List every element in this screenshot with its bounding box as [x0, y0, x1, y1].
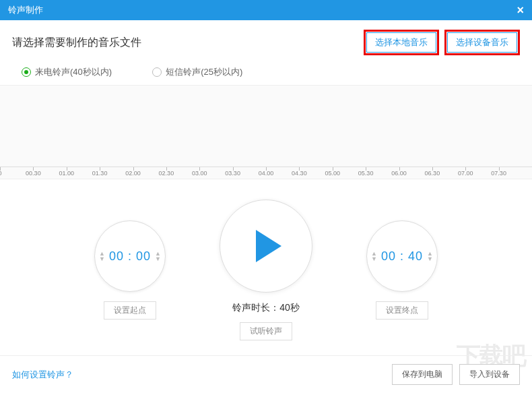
duration-label: 铃声时长：40秒	[220, 302, 312, 314]
titlebar: 铃声制作 ×	[0, 0, 532, 20]
header-buttons: 选择本地音乐 选择设备音乐	[364, 30, 520, 55]
play-group: 铃声时长：40秒 试听铃声	[220, 200, 312, 340]
radio-call-label: 来电铃声(40秒以内)	[35, 66, 112, 78]
tick-label: 0	[0, 170, 2, 177]
header-row: 请选择需要制作的音乐文件 选择本地音乐 选择设备音乐	[0, 20, 532, 62]
start-point-group: ▲▼ 00 : 00 ▲▼ 设置起点	[94, 220, 166, 320]
tick-label: 02.00	[125, 170, 141, 177]
import-to-device-button[interactable]: 导入到设备	[459, 364, 520, 385]
tick-label: 02.30	[159, 170, 174, 177]
tick-label: 04.00	[259, 170, 274, 177]
tick-label: 06.00	[391, 170, 407, 177]
tick-label: 03.30	[225, 170, 240, 177]
tick-label: 04.30	[292, 170, 307, 177]
waveform-area[interactable]: 000.3001.0001.3002.0002.3003.0003.3004.0…	[0, 85, 532, 179]
select-local-music-button[interactable]: 选择本地音乐	[366, 32, 436, 53]
tick-label: 03.00	[192, 170, 207, 177]
tick-label: 06.30	[425, 170, 440, 177]
tick-label: 01.00	[59, 170, 74, 177]
minute-stepper-icon[interactable]: ▲▼	[371, 251, 377, 262]
preview-button[interactable]: 试听铃声	[240, 322, 292, 340]
tick-label: 05.30	[358, 170, 374, 177]
tick-label: 05.00	[325, 170, 340, 177]
minute-stepper-icon[interactable]: ▲▼	[99, 251, 105, 262]
second-stepper-icon[interactable]: ▲▼	[427, 251, 433, 262]
radio-unselected-icon	[152, 67, 162, 77]
close-icon[interactable]: ×	[517, 0, 524, 20]
play-button[interactable]	[220, 200, 312, 293]
tick-label: 01.30	[92, 170, 108, 177]
highlight-local: 选择本地音乐	[364, 30, 439, 55]
radio-sms-ringtone[interactable]: 短信铃声(25秒以内)	[152, 66, 242, 78]
set-end-button[interactable]: 设置终点	[376, 301, 428, 320]
window-title: 铃声制作	[8, 0, 43, 20]
tick-label: 07.00	[458, 170, 473, 177]
highlight-device: 选择设备音乐	[444, 30, 520, 55]
second-stepper-icon[interactable]: ▲▼	[155, 251, 161, 262]
timeline-tick: 07.30	[499, 167, 532, 179]
end-time-value: 00 : 40	[381, 249, 423, 264]
set-start-button[interactable]: 设置起点	[104, 301, 156, 320]
tick-label: 07.30	[491, 170, 506, 177]
footer-buttons: 保存到电脑 导入到设备	[392, 364, 520, 385]
timeline-ruler: 000.3001.0001.3002.0002.3003.0003.3004.0…	[0, 167, 532, 179]
ringtone-type-group: 来电铃声(40秒以内) 短信铃声(25秒以内)	[0, 62, 532, 85]
end-point-group: ▲▼ 00 : 40 ▲▼ 设置终点	[366, 220, 438, 320]
footer: 如何设置铃声？ 保存到电脑 导入到设备	[0, 355, 532, 393]
radio-sms-label: 短信铃声(25秒以内)	[166, 66, 242, 78]
help-link[interactable]: 如何设置铃声？	[12, 369, 73, 381]
radio-call-ringtone[interactable]: 来电铃声(40秒以内)	[22, 66, 112, 78]
tick-label: 00.30	[26, 170, 41, 177]
start-time-value: 00 : 00	[109, 249, 151, 264]
select-device-music-button[interactable]: 选择设备音乐	[447, 32, 517, 53]
play-icon	[256, 230, 281, 262]
save-to-pc-button[interactable]: 保存到电脑	[392, 364, 453, 385]
end-time-dial[interactable]: ▲▼ 00 : 40 ▲▼	[366, 220, 438, 292]
radio-selected-icon	[22, 67, 31, 77]
start-time-dial[interactable]: ▲▼ 00 : 00 ▲▼	[94, 220, 166, 292]
controls-row: ▲▼ 00 : 00 ▲▼ 设置起点 铃声时长：40秒 试听铃声 ▲▼ 00 :…	[0, 179, 532, 354]
page-title: 请选择需要制作的音乐文件	[12, 36, 141, 50]
